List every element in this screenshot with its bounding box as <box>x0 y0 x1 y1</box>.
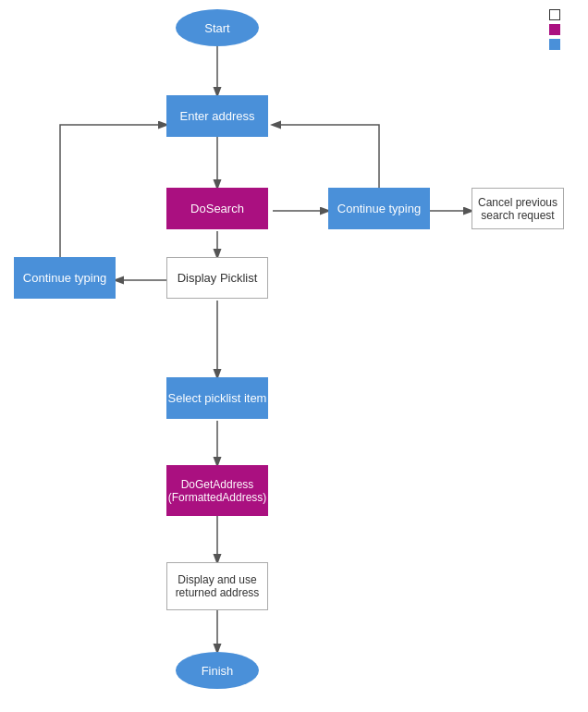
select-picklist-node: Select picklist item <box>166 377 268 419</box>
legend-color-magenta <box>549 24 560 35</box>
do-search-node: DoSearch <box>166 188 268 229</box>
finish-node: Finish <box>176 652 259 689</box>
arrows-svg <box>0 0 588 712</box>
cancel-previous-node: Cancel previous search request <box>472 188 564 229</box>
legend <box>549 9 560 50</box>
enter-address-node: Enter address <box>166 95 268 137</box>
continue-typing-right-node: Continue typing <box>328 188 430 229</box>
display-returned-node: Display and use returned address <box>166 562 268 610</box>
legend-item-magenta <box>549 24 560 35</box>
legend-color-white <box>549 9 560 20</box>
start-node: Start <box>176 9 259 46</box>
diagram: Start Enter address DoSearch Continue ty… <box>0 0 588 712</box>
legend-item-white <box>549 9 560 20</box>
display-picklist-node: Display Picklist <box>166 257 268 299</box>
continue-typing-left-node: Continue typing <box>14 257 116 299</box>
legend-color-blue <box>549 39 560 50</box>
do-get-address-node: DoGetAddress (FormattedAddress) <box>166 465 268 516</box>
legend-item-blue <box>549 39 560 50</box>
